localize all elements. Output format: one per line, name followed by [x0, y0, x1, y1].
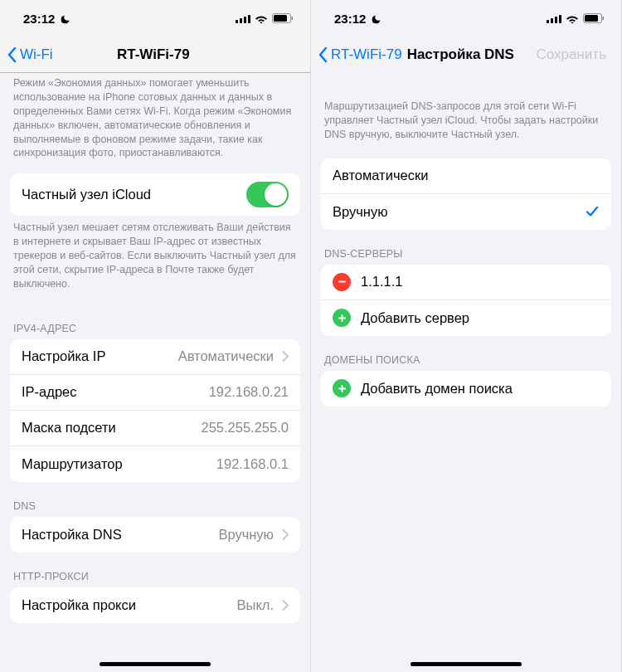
status-time: 23:12: [334, 12, 366, 26]
page-title: Настройка DNS: [407, 46, 514, 63]
chevron-left-icon: [318, 46, 328, 63]
save-button[interactable]: Сохранить: [537, 46, 615, 63]
configure-dns-label: Настройка DNS: [22, 527, 218, 543]
svg-rect-3: [248, 15, 250, 23]
svg-rect-13: [603, 17, 605, 20]
status-time: 23:12: [23, 12, 55, 26]
battery-icon: [583, 12, 605, 26]
battery-icon: [272, 12, 294, 26]
ipv4-header: IPV4-АДРЕС: [0, 304, 310, 339]
plus-icon: [338, 314, 347, 323]
dns-mode-manual-row[interactable]: Вручную: [321, 194, 611, 230]
svg-rect-16: [338, 317, 346, 319]
subnet-value: 255.255.255.0: [201, 420, 289, 436]
back-label: Wi-Fi: [20, 46, 53, 63]
back-button[interactable]: Wi-Fi: [7, 46, 53, 63]
dns-servers-header: DNS-СЕРВЕРЫ: [311, 230, 621, 265]
ip-address-value: 192.168.0.21: [209, 384, 289, 400]
dns-mode-manual-label: Вручную: [333, 204, 585, 220]
router-row: Маршрутизатор 192.168.0.1: [10, 446, 300, 482]
svg-rect-5: [274, 15, 287, 22]
plus-icon: [338, 384, 347, 393]
svg-rect-12: [585, 15, 598, 22]
add-search-domain-row[interactable]: Добавить домен поиска: [321, 371, 611, 407]
svg-rect-2: [244, 17, 246, 23]
router-value: 192.168.0.1: [216, 456, 289, 472]
private-relay-toggle[interactable]: [246, 182, 289, 207]
add-search-domain-label: Добавить домен поиска: [361, 381, 513, 397]
back-label: RT-WiFi-79: [331, 46, 402, 63]
subnet-row: Маска подсети 255.255.255.0: [10, 411, 300, 446]
configure-proxy-label: Настройка прокси: [22, 597, 237, 613]
private-relay-footer: Частный узел мешает сетям отслеживать Ва…: [0, 216, 310, 304]
svg-rect-8: [551, 18, 553, 23]
ip-address-label: IP-адрес: [22, 384, 209, 400]
home-indicator[interactable]: [411, 662, 522, 666]
svg-rect-0: [236, 20, 238, 23]
checkmark-icon: [585, 204, 600, 219]
wifi-icon: [255, 12, 268, 26]
svg-rect-14: [338, 281, 346, 283]
do-not-disturb-icon: [60, 13, 70, 24]
svg-rect-9: [555, 17, 557, 23]
svg-rect-18: [338, 387, 346, 389]
configure-ip-label: Настройка IP: [22, 348, 178, 364]
configure-proxy-row[interactable]: Настройка прокси Выкл.: [10, 587, 300, 623]
status-bar: 23:12: [0, 0, 310, 37]
svg-rect-6: [292, 17, 294, 20]
dns-mode-auto-label: Автоматически: [333, 168, 600, 183]
private-relay-row[interactable]: Частный узел iCloud: [10, 173, 300, 216]
page-title: RT-WiFi-79: [53, 46, 254, 63]
dns-server-value: 1.1.1.1: [361, 274, 402, 290]
status-bar: 23:12: [311, 0, 621, 37]
do-not-disturb-icon: [371, 13, 381, 24]
private-relay-label: Частный узел iCloud: [22, 187, 246, 202]
svg-rect-7: [547, 20, 549, 23]
router-label: Маршрутизатор: [22, 456, 216, 472]
minus-icon: [338, 277, 347, 286]
dns-intro: Маршрутизацией DNS-запросов для этой сет…: [311, 73, 621, 158]
configure-dns-row[interactable]: Настройка DNS Вручную: [10, 517, 300, 553]
nav-bar: Wi-Fi RT-WiFi-79: [0, 37, 310, 73]
add-server-button[interactable]: [333, 309, 351, 327]
dns-mode-auto-row[interactable]: Автоматически: [321, 158, 611, 194]
cellular-icon: [236, 12, 250, 26]
svg-rect-10: [559, 15, 561, 23]
add-server-row[interactable]: Добавить сервер: [321, 300, 611, 336]
back-button[interactable]: RT-WiFi-79: [318, 46, 402, 63]
add-server-label: Добавить сервер: [361, 310, 469, 326]
dns-header: DNS: [0, 482, 310, 517]
home-indicator[interactable]: [100, 662, 211, 666]
chevron-left-icon: [7, 46, 17, 63]
dns-server-row[interactable]: 1.1.1.1: [321, 265, 611, 300]
configure-dns-value: Вручную: [218, 527, 274, 543]
proxy-header: HTTP-ПРОКСИ: [0, 553, 310, 587]
nav-bar: RT-WiFi-79 Настройка DNS Сохранить: [311, 37, 621, 73]
data-saving-footer: Режим «Экономия данных» помогает уменьши…: [0, 73, 310, 173]
configure-ip-value: Автоматически: [178, 348, 274, 364]
ip-address-row: IP-адрес 192.168.0.21: [10, 375, 300, 411]
add-search-domain-button[interactable]: [333, 379, 351, 397]
cellular-icon: [547, 12, 561, 26]
subnet-label: Маска подсети: [22, 420, 201, 436]
chevron-right-icon: [282, 600, 289, 611]
configure-proxy-value: Выкл.: [237, 597, 274, 613]
chevron-right-icon: [282, 529, 289, 540]
configure-ip-row[interactable]: Настройка IP Автоматически: [10, 339, 300, 375]
search-domains-header: ДОМЕНЫ ПОИСКА: [311, 336, 621, 371]
chevron-right-icon: [282, 351, 289, 362]
wifi-icon: [566, 12, 579, 26]
svg-rect-1: [240, 18, 242, 23]
remove-server-button[interactable]: [333, 273, 351, 291]
